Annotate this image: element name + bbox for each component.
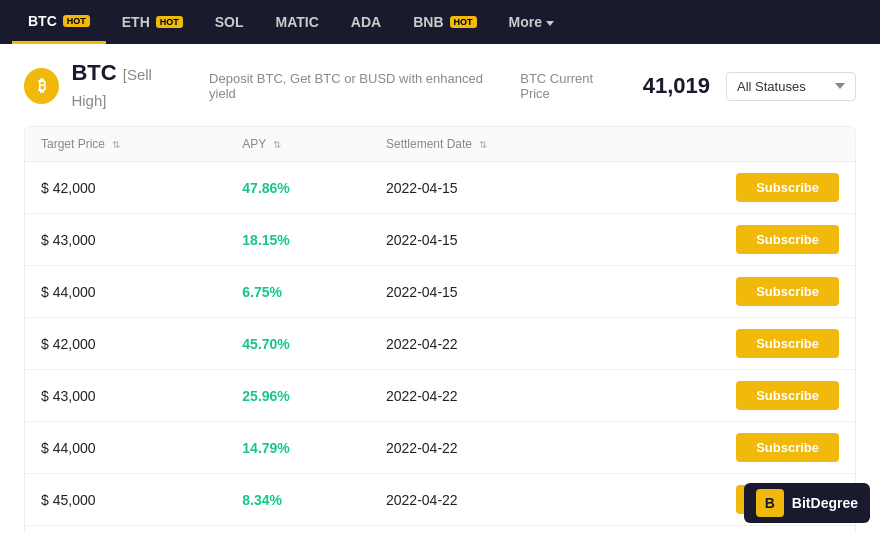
cell-apy: 18.15% — [226, 214, 370, 266]
subscribe-button[interactable]: Subscribe — [736, 381, 839, 410]
bd-icon-letter: B — [765, 495, 775, 511]
cell-action: Subscribe — [611, 318, 855, 370]
cell-action: Subscribe — [611, 370, 855, 422]
bitdegree-branding: B BitDegree — [744, 483, 870, 523]
data-table: Target Price ⇅ APY ⇅ Settlement Date ⇅ $… — [24, 126, 856, 533]
subscribe-button[interactable]: Subscribe — [736, 225, 839, 254]
cell-action: Subscribe — [611, 162, 855, 214]
hot-badge-bnb: Hot — [450, 16, 477, 28]
nav-item-eth[interactable]: ETHHot — [106, 0, 199, 44]
price-section: BTC Current Price 41,019 All Statuses — [520, 71, 856, 101]
btc-icon: ₿ — [24, 68, 59, 104]
sort-icon-target-price[interactable]: ⇅ — [112, 139, 120, 150]
table-header-row: Target Price ⇅ APY ⇅ Settlement Date ⇅ — [25, 127, 855, 162]
table-row: $ 42,00047.86%2022-04-15Subscribe — [25, 162, 855, 214]
bitdegree-name: BitDegree — [792, 495, 858, 511]
subscribe-button[interactable]: Subscribe — [736, 173, 839, 202]
table-row: $ 43,00018.15%2022-04-15Subscribe — [25, 214, 855, 266]
cell-settlement-date: 2022-04-22 — [370, 370, 611, 422]
subscribe-button[interactable]: Subscribe — [736, 277, 839, 306]
status-filter[interactable]: All Statuses — [726, 72, 856, 101]
cell-apy: 25.96% — [226, 370, 370, 422]
hot-badge-btc: Hot — [63, 15, 90, 27]
cell-action: Subscribe — [611, 266, 855, 318]
chevron-down-icon — [546, 21, 554, 26]
col-settlement-date: Settlement Date ⇅ — [370, 127, 611, 162]
cell-settlement-date: 2022-04-22 — [370, 474, 611, 526]
table-row: $ 44,00014.79%2022-04-22Subscribe — [25, 422, 855, 474]
cell-settlement-date: 2022-04-15 — [370, 162, 611, 214]
current-price-value: 41,019 — [643, 73, 710, 99]
cell-target-price: $ 43,000 — [25, 370, 226, 422]
nav-item-matic[interactable]: MATIC — [260, 0, 335, 44]
nav-item-bnb[interactable]: BNBHot — [397, 0, 492, 44]
cell-target-price: $ 45,000 — [25, 474, 226, 526]
more-label: More — [509, 14, 542, 30]
page-header: ₿ BTC [Sell High] Deposit BTC, Get BTC o… — [24, 60, 856, 112]
current-price-label: BTC Current Price — [520, 71, 620, 101]
cell-apy: 47.86% — [226, 162, 370, 214]
cell-target-price: $ 46,000 — [25, 526, 226, 534]
table-row: $ 44,0006.75%2022-04-15Subscribe — [25, 266, 855, 318]
cell-settlement-date: 2022-04-22 — [370, 318, 611, 370]
cell-apy: 45.70% — [226, 318, 370, 370]
cell-target-price: $ 42,000 — [25, 162, 226, 214]
cell-action: Subscribe — [611, 214, 855, 266]
nav-item-sol[interactable]: SOL — [199, 0, 260, 44]
col-action — [611, 127, 855, 162]
cell-apy: 8.34% — [226, 474, 370, 526]
sort-icon-apy[interactable]: ⇅ — [273, 139, 281, 150]
col-apy: APY ⇅ — [226, 127, 370, 162]
cell-settlement-date: 2022-04-15 — [370, 214, 611, 266]
cell-settlement-date: 2022-04-22 — [370, 526, 611, 534]
cell-action: Subscribe — [611, 526, 855, 534]
nav-item-ada[interactable]: ADA — [335, 0, 397, 44]
sort-icon-settlement[interactable]: ⇅ — [479, 139, 487, 150]
cell-settlement-date: 2022-04-15 — [370, 266, 611, 318]
table-row: $ 45,0008.34%2022-04-22Subscribe — [25, 474, 855, 526]
more-menu[interactable]: More — [493, 14, 570, 30]
col-target-price: Target Price ⇅ — [25, 127, 226, 162]
navbar: BTCHotETHHotSOLMATICADABNBHot More — [0, 0, 880, 44]
cell-action: Subscribe — [611, 422, 855, 474]
cell-settlement-date: 2022-04-22 — [370, 422, 611, 474]
bitdegree-icon: B — [756, 489, 784, 517]
table-row: $ 46,0004.18%2022-04-22Subscribe — [25, 526, 855, 534]
cell-apy: 6.75% — [226, 266, 370, 318]
page-description: Deposit BTC, Get BTC or BUSD with enhanc… — [209, 71, 508, 101]
cell-target-price: $ 44,000 — [25, 266, 226, 318]
table-row: $ 43,00025.96%2022-04-22Subscribe — [25, 370, 855, 422]
cell-target-price: $ 44,000 — [25, 422, 226, 474]
table-body: $ 42,00047.86%2022-04-15Subscribe$ 43,00… — [25, 162, 855, 534]
table-row: $ 42,00045.70%2022-04-22Subscribe — [25, 318, 855, 370]
coin-name: BTC — [71, 60, 116, 85]
page-title: BTC [Sell High] — [71, 60, 189, 112]
subscribe-button[interactable]: Subscribe — [736, 433, 839, 462]
cell-apy: 14.79% — [226, 422, 370, 474]
cell-target-price: $ 42,000 — [25, 318, 226, 370]
page-content: ₿ BTC [Sell High] Deposit BTC, Get BTC o… — [0, 44, 880, 533]
hot-badge-eth: Hot — [156, 16, 183, 28]
subscribe-button[interactable]: Subscribe — [736, 329, 839, 358]
cell-target-price: $ 43,000 — [25, 214, 226, 266]
cell-apy: 4.18% — [226, 526, 370, 534]
nav-item-btc[interactable]: BTCHot — [12, 0, 106, 44]
